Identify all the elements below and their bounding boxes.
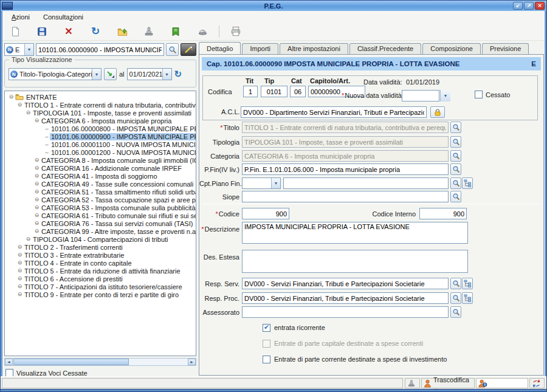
code-search-input[interactable]: [36, 43, 164, 56]
resp-serv-input[interactable]: [242, 278, 449, 289]
menu-consultazioni[interactable]: Consultazioni: [38, 12, 89, 22]
tree-item[interactable]: ⊖CATEGORIA 41 - Imposta di soggiorno: [5, 172, 196, 180]
expander-icon[interactable]: ⊖: [16, 283, 23, 291]
tree-item[interactable]: ⊖TITOLO 5 - Entrate da riduzione di atti…: [5, 267, 196, 275]
scope-combo[interactable]: N E ▾: [4, 43, 34, 56]
tree-item[interactable]: ⊖TITOLO 7 - Anticipazioni da istituto te…: [5, 283, 196, 291]
resp-proc-tree-button[interactable]: [462, 292, 473, 304]
expander-icon[interactable]: ⊖: [16, 243, 23, 251]
cat-input[interactable]: [290, 86, 306, 97]
tree-item[interactable]: −10101.06.00001100 - NUOVA IMPOSTA MUNIC…: [5, 140, 196, 148]
expander-icon[interactable]: ⊖: [33, 227, 40, 235]
resp-proc-input[interactable]: [242, 292, 449, 304]
expander-icon[interactable]: ⊖: [33, 204, 40, 211]
nuova-data-input[interactable]: [402, 90, 439, 101]
tipologia-lookup-button[interactable]: [450, 136, 461, 148]
expander-icon[interactable]: ⊖: [33, 196, 40, 204]
expander-icon[interactable]: ⊖: [33, 188, 40, 196]
codice-interno-input[interactable]: [419, 208, 467, 219]
expander-icon[interactable]: ⊖: [33, 117, 40, 125]
expander-icon[interactable]: ⊖: [33, 219, 40, 227]
acl-lock-button[interactable]: [430, 106, 445, 118]
trascodifica-segment[interactable]: Trascodifica ...: [421, 378, 475, 388]
shield-button[interactable]: [169, 25, 182, 38]
expander-icon[interactable]: ⊖: [33, 211, 40, 219]
tab-composizione[interactable]: Composizione: [422, 43, 481, 54]
chevron-down-icon[interactable]: ▾: [271, 178, 280, 188]
save-button[interactable]: [35, 25, 49, 38]
entrate-tree[interactable]: ⊖ENTRATE ⊖TITOLO 1 - Entrate correnti di…: [4, 91, 196, 356]
acl-input[interactable]: [241, 106, 427, 118]
expander-icon[interactable]: ⊖: [25, 109, 32, 117]
expander-icon[interactable]: ⊖: [33, 180, 40, 188]
cpt-piano-fin-input[interactable]: [283, 177, 449, 189]
tipo-visualizzazione-combo[interactable]: N Titolo-Tipologia-Categoria ▾: [9, 68, 101, 80]
user-info-segment[interactable]: [476, 378, 528, 388]
tree-item[interactable]: ⊖CATEGORIA 99 - Altre imposte, tasse e p…: [5, 227, 196, 235]
cpt-lookup-button[interactable]: [450, 177, 461, 189]
expander-icon[interactable]: ⊖: [16, 251, 23, 259]
codice-input[interactable]: [242, 208, 289, 219]
expander-icon[interactable]: ⊖: [16, 267, 23, 275]
tree-item[interactable]: ⊖TITOLO 1 - Entrate correnti di natura t…: [5, 101, 196, 109]
search-button[interactable]: [166, 43, 179, 56]
pfin-input[interactable]: [242, 163, 449, 175]
expander-icon[interactable]: ⊖: [16, 291, 23, 298]
scroll-left-arrow[interactable]: ◄: [5, 359, 13, 365]
tree-item-selected[interactable]: −10101.06.00000900 - IMPOSTA MUNICIPALE …: [5, 132, 196, 140]
cpt-tree-button[interactable]: [462, 177, 473, 189]
tree-item[interactable]: ⊖TITOLO 2 - Trasferimenti correnti: [5, 243, 196, 251]
expander-icon[interactable]: ⊖: [33, 164, 40, 172]
tree-item[interactable]: ⊖TITOLO 6 - Accensione di prestiti: [5, 275, 196, 283]
tree-item[interactable]: ⊖CATEGORIA 49 - Tasse sulle concessioni …: [5, 180, 196, 188]
tree-item[interactable]: ⊖TITOLO 4 - Entrate in conto capitale: [5, 259, 196, 267]
siope-input[interactable]: [242, 191, 449, 202]
maximize-button[interactable]: ↗: [524, 2, 534, 10]
dome-camera-button[interactable]: [196, 25, 209, 38]
tree-item[interactable]: ⊖CATEGORIA 6 - Imposta municipale propri…: [5, 117, 196, 125]
print-button[interactable]: [229, 25, 243, 38]
refresh-tree-icon[interactable]: ↻: [174, 69, 182, 80]
tree-item[interactable]: ⊖TITOLO 3 - Entrate extratributarie: [5, 251, 196, 259]
delete-button[interactable]: ✕: [62, 25, 75, 38]
chevron-down-icon[interactable]: ▾: [92, 69, 101, 80]
cessato-checkbox[interactable]: [475, 91, 483, 98]
tit-input[interactable]: [243, 86, 258, 97]
titolo-lookup-button[interactable]: [450, 122, 461, 133]
scroll-right-arrow[interactable]: ►: [188, 359, 196, 365]
tree-item[interactable]: ⊖CATEGORIA 16 - Addizionale comunale IRP…: [5, 164, 196, 172]
tree-item[interactable]: ⊖CATEGORIA 51 - Tassa smaltimento rifiut…: [5, 188, 196, 196]
assessorato-lookup-button[interactable]: [450, 306, 461, 318]
tab-classif-precedente[interactable]: Classif.Precedente: [349, 43, 421, 54]
expander-icon[interactable]: ⊖: [16, 101, 23, 109]
tree-item[interactable]: ⊖TIPOLOGIA 104 - Compartecipazioni di tr…: [5, 235, 196, 243]
stamp-button[interactable]: [142, 25, 156, 38]
magic-wand-button[interactable]: [181, 43, 196, 56]
tree-item[interactable]: −10101.06.00000800 - IMPOSTA MUNICIPALE …: [5, 125, 196, 132]
tab-previsione[interactable]: Previsione: [482, 43, 529, 54]
siope-lookup-button[interactable]: [450, 191, 461, 202]
chevron-down-icon[interactable]: ▾: [162, 69, 171, 80]
scrollbar-thumb[interactable]: [13, 359, 129, 365]
switch-context-segment[interactable]: [529, 378, 545, 388]
chevron-down-icon[interactable]: ▾: [24, 44, 33, 55]
expander-icon[interactable]: ⊖: [16, 275, 23, 283]
apply-view-button[interactable]: [104, 68, 117, 80]
nuova-data-dropdown-button[interactable]: ▾: [440, 90, 450, 101]
refresh-button[interactable]: ↻: [89, 25, 102, 38]
pfin-lookup-button[interactable]: [450, 163, 461, 175]
tree-item[interactable]: ⊖CATEGORIA 8 - Imposta comunale sugli im…: [5, 156, 196, 164]
expander-icon[interactable]: ⊖: [33, 156, 40, 164]
categoria-lookup-button[interactable]: [450, 150, 461, 162]
close-button[interactable]: ✕: [535, 2, 545, 10]
new-document-button[interactable]: [9, 25, 22, 38]
tree-item[interactable]: ⊖ENTRATE: [5, 93, 196, 101]
tree-item[interactable]: ⊖CATEGORIA 76 - Tassa sui servizi comuna…: [5, 219, 196, 227]
cpt-piano-fin-combo[interactable]: ▾: [242, 177, 281, 189]
menu-azioni[interactable]: Azioni: [6, 12, 35, 22]
tree-item[interactable]: ⊖TITOLO 9 - Entrate per conto di terzi e…: [5, 291, 196, 298]
minimize-button[interactable]: ↙: [513, 2, 523, 10]
resp-serv-lookup-button[interactable]: [450, 278, 461, 289]
tab-altre-impostazioni[interactable]: Altre impostazioni: [280, 43, 348, 54]
export-folder-button[interactable]: [115, 25, 129, 38]
